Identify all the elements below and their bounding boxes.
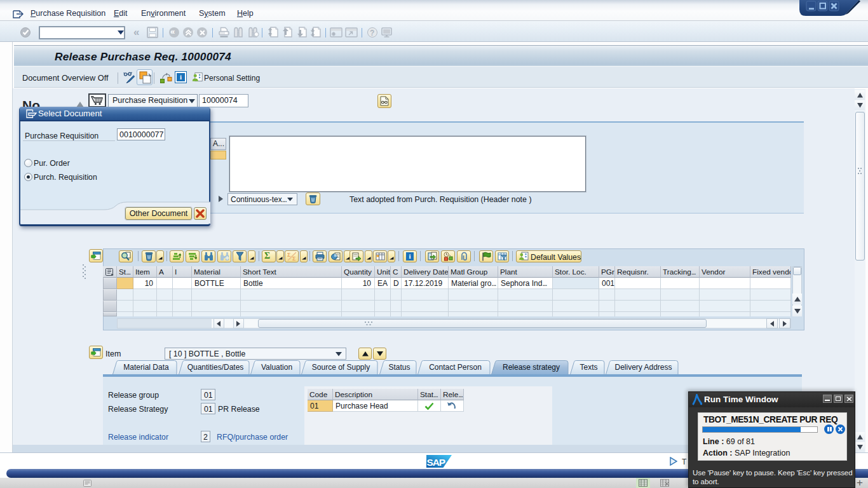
- svg-text:SAP: SAP: [427, 457, 445, 468]
- svg-text:Σ: Σ: [292, 255, 296, 261]
- svg-text:Σ: Σ: [287, 252, 291, 258]
